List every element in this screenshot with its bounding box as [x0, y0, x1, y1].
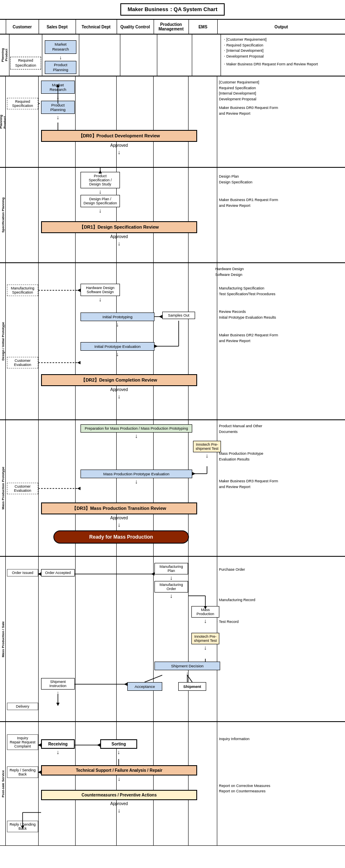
output-sec1: ・[Customer Requirement] ・Required Specif… [215, 80, 345, 116]
dr3-review-node: 【DR3】Mass Production Transition Review [41, 502, 197, 514]
page-title: Maker Business：QA System Chart [128, 6, 217, 12]
col-output: Output [217, 20, 345, 34]
sec3-label: Design / Initial Prototype [0, 263, 6, 419]
market-research-node: Market Research [41, 81, 75, 94]
customer-eval-box-sec3: Customer Evaluation [7, 357, 38, 368]
product-spec-node: Product Specification / Design Study [80, 172, 120, 188]
output-sec4: ・Product Manual and Other Documents ・Mas… [215, 424, 345, 490]
approved-sec6: Approved [41, 800, 197, 807]
dr2-box-wrapper: 【DR2】Design Completion Review Approved ↓ [41, 374, 197, 400]
countermeasures-box: Countermeasures / Preventive Actions App… [41, 790, 197, 814]
col-quality: Quality Control [117, 20, 154, 34]
sorting-box: Sorting ↓ [100, 739, 137, 755]
reply-sending-back1-box: Reply / Sending Back [7, 766, 38, 778]
market-research-node: Market Research [45, 40, 76, 54]
product-planning-node2: Product Planning [41, 101, 75, 114]
receiving-box: Receiving ↓ [41, 739, 75, 755]
sales-flow-sec1: Market Research ↓ Product Planning ↓ [41, 81, 75, 121]
approved-sec4: Approved [41, 514, 197, 521]
shipment-box: Shipment [178, 682, 206, 691]
svg-marker-21 [38, 572, 41, 576]
approved-sec3: Approved [41, 386, 197, 393]
customer-eval-sec4: Customer Evaluation [7, 483, 38, 494]
col-ems: EMS [189, 20, 217, 34]
mfg-spec-box: Manufacturing Specification [7, 285, 38, 296]
sec1-label: ProductPlanning [0, 76, 6, 167]
svg-marker-17 [192, 472, 196, 475]
section-label-product-planning: Product Planning [1, 48, 8, 62]
col-technical: Technical Dept [76, 20, 117, 34]
approved-sec2: Approved [41, 233, 197, 240]
order-accepted-box: Order Accepted [41, 569, 75, 576]
output-sec2: ・Design Plan ・Design Specification ・Make… [215, 174, 345, 208]
dr0-box-wrapper: 【DR0】Product Development Review Approved… [41, 130, 197, 155]
hw-sw-design-box: Hardware DesignSoftware Design ↓ [80, 284, 120, 303]
samples-out-box: Samples Out [162, 312, 195, 319]
shipment-decision-box: Shipment Decision ↓ [154, 662, 220, 677]
acceptance-box: Acceptance [127, 682, 162, 691]
mfg-plan-box: Manufacturing Plan ↓ Manufacturing Order… [154, 563, 188, 599]
tech-support-box: Technical Support / Failure Analysis / R… [41, 765, 197, 782]
dr1-review-node: 【DR1】Design Specification Review [41, 221, 197, 233]
delivery-box: Delivery [7, 703, 38, 710]
inquiry-box: InquiryRepair RequestComplaint [7, 734, 38, 750]
svg-marker-19 [77, 487, 80, 490]
sec5-label: Mass Production / Sale [0, 557, 6, 721]
initial-proto-box: Initial Prototyping ↓ [80, 312, 154, 328]
initial-eval-box: Initial Prototype Evaluation ↓ [80, 342, 154, 357]
col-production: Production Management [154, 20, 189, 34]
svg-marker-32 [124, 683, 127, 686]
prep-mass-prod-box: Preparation for Mass Production / Mass P… [80, 424, 192, 439]
svg-marker-14 [77, 361, 80, 364]
dr3-box-wrapper: 【DR3】Mass Production Transition Review A… [41, 502, 197, 528]
sec6-label: Post-sale Service [0, 722, 6, 845]
output-product-planning: ・[Customer Requirement] ・Required Specif… [223, 37, 343, 67]
tech-flow-sec2: Product Specification / Design Study ↓ D… [80, 172, 120, 214]
reply-sending-back2-box: Reply / Sending Back [7, 821, 38, 832]
required-spec-node: Required Specification [10, 57, 41, 69]
order-issued-box: Order Issued [7, 569, 38, 576]
svg-marker-7 [77, 289, 80, 292]
svg-marker-23 [151, 572, 154, 576]
output-sec6: ・Inquiry Information ・Report on Correcti… [215, 736, 345, 794]
ready-for-mass-prod-box: Ready for Mass Production [53, 530, 189, 544]
svg-marker-36 [38, 743, 41, 747]
product-planning-node: Product Planning [45, 61, 76, 74]
innotech-pre-sec5: Innotech Pre-shipment Test ↓ [191, 633, 219, 651]
svg-marker-9 [159, 315, 162, 318]
sec4-label: Mass Production Prototype [0, 420, 6, 556]
svg-marker-40 [38, 771, 41, 774]
sec2-label: Specification Planning [0, 168, 6, 262]
svg-marker-12 [154, 345, 158, 348]
title-bar: Maker Business：QA System Chart [0, 0, 345, 20]
col-sales: Sales Dept [39, 20, 76, 34]
shipment-instruction-box: Shipment Instruction ↓ [41, 678, 75, 696]
required-spec-box: Required Specification [7, 98, 38, 109]
output-sec3: Hardware Design Software Design ・Manufac… [215, 266, 345, 344]
dr1-box-wrapper: 【DR1】Design Specification Review Approve… [41, 221, 197, 247]
svg-marker-38 [97, 743, 100, 747]
col-customer: Customer [6, 20, 39, 34]
svg-marker-34 [56, 703, 60, 706]
output-sec5: ・Purchase Order ・Manufacturing Record ・T… [215, 567, 345, 625]
design-plan-node: Design Plan / Design Specification [80, 195, 120, 207]
page-wrapper: Maker Business：QA System Chart Customer … [0, 0, 345, 846]
mass-prod-eval-box: Mass Production Prototype Evaluation ↓ [80, 470, 192, 485]
dr0-review-node: 【DR0】Product Development Review [41, 130, 197, 142]
dr2-review-node: 【DR2】Design Completion Review [41, 374, 197, 386]
title-box: Maker Business：QA System Chart [120, 3, 225, 16]
approved-sec1: Approved [41, 142, 197, 149]
